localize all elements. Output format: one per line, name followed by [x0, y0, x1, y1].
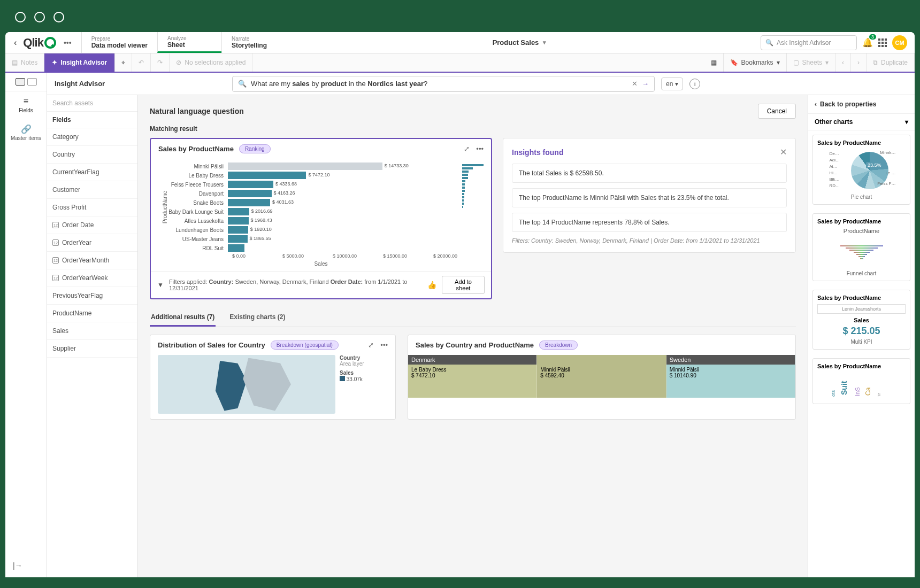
app-window: ‹ Qlik ••• PrepareData model viewer Anal… [5, 32, 915, 577]
assets-search-input[interactable]: Search assets [47, 95, 137, 112]
assets-panel: Search assets Fields CategoryCountryCurr… [47, 95, 138, 577]
nav-tab-narrate[interactable]: NarrateStorytelling [221, 32, 286, 53]
chevron-down-icon: ▾ [543, 39, 546, 46]
window-controls [15, 12, 64, 22]
selection-search-icon: ⌖ [121, 59, 125, 66]
results-tabs: Additional results (7) Existing charts (… [150, 309, 796, 327]
prev-sheet-button[interactable]: ‹ [835, 53, 851, 72]
fullscreen-icon[interactable]: ⤢ [368, 341, 374, 349]
asset-field-item[interactable]: 12OrderYearWeek [47, 269, 137, 287]
add-to-sheet-button[interactable]: Add to sheet [442, 276, 485, 294]
insight-advisor-button[interactable]: ✦Insight Advisor [44, 53, 115, 72]
info-button[interactable]: i [689, 79, 700, 89]
alt-chart-wordcloud[interactable]: Sales by ProductName ots Suit InS Ca Tr [812, 358, 910, 404]
treemap-card: Sales by Country and ProductName Breakdo… [408, 335, 796, 420]
insights-card: Insights found ✕ The total Sales is $ 62… [503, 138, 796, 253]
app-title[interactable]: Product Sales▾ [286, 32, 753, 53]
other-charts-header[interactable]: Other charts▾ [808, 114, 915, 130]
insights-title: Insights found [512, 148, 780, 157]
left-rail: ≡Fields 🔗Master items |→ [5, 73, 47, 577]
asset-field-item[interactable]: Customer [47, 181, 137, 199]
assets-header: Fields [47, 112, 137, 128]
submit-query-button[interactable]: → [642, 80, 649, 88]
chart-minimap[interactable] [462, 164, 484, 271]
thumbs-up-button[interactable]: 👍 [427, 281, 436, 289]
asset-field-item[interactable]: 12Order Date [47, 216, 137, 234]
step-forward-button[interactable]: ↷ [151, 53, 170, 72]
results-area: Natural language question Cancel Matchin… [138, 95, 808, 577]
notifications-button[interactable]: 🔔3 [862, 37, 873, 48]
advisor-header: Insight Advisor 🔍 What are my sales by p… [47, 73, 915, 95]
step-back-button[interactable]: ↶ [132, 53, 151, 72]
nav-tab-prepare[interactable]: PrepareData model viewer [81, 32, 157, 53]
matching-label: Matching result [150, 125, 796, 133]
nlq-input[interactable]: 🔍 What are my sales by product in the No… [232, 76, 655, 92]
nlq-text: What are my sales by product in the Nord… [251, 80, 627, 88]
chart-title: Sales by ProductName [158, 145, 234, 153]
cancel-button[interactable]: Cancel [758, 104, 796, 119]
link-icon: 🔗 [7, 124, 44, 134]
smart-search-button[interactable]: ⌖ [115, 53, 132, 72]
analysis-tag: Ranking [239, 144, 271, 153]
search-icon: 🔍 [238, 80, 247, 88]
card-menu-icon[interactable]: ••• [476, 145, 484, 153]
asset-field-item[interactable]: Country [47, 146, 137, 164]
insight-filters-note: Filters: Country: Sweden, Norway, Denmar… [512, 237, 787, 244]
app-menu-button[interactable]: ••• [58, 38, 77, 47]
clear-query-button[interactable]: ✕ [632, 80, 638, 88]
duplicate-button[interactable]: ⧉Duplicate [867, 53, 915, 72]
panel-toggle-right[interactable] [27, 78, 37, 86]
card-menu-icon[interactable]: ••• [380, 341, 388, 349]
back-button[interactable]: ‹ [10, 38, 21, 48]
calendar-icon: 12 [52, 257, 59, 264]
alt-chart-kpi[interactable]: Sales by ProductName Lenin Jeansshorts S… [812, 290, 910, 350]
asset-field-item[interactable]: CurrentYearFlag [47, 164, 137, 181]
chevron-down-icon: ▾ [905, 118, 908, 126]
alt-chart-pie[interactable]: Sales by ProductName 23.5% De… Adi… Ai… … [812, 135, 910, 205]
logo-icon [44, 37, 56, 49]
asset-field-item[interactable]: Gross Profit [47, 199, 137, 216]
insight-item: The top ProductName is Minnki Pälsii wit… [512, 188, 787, 207]
asset-field-item[interactable]: 12OrderYear [47, 234, 137, 252]
geo-title: Distribution of Sales for Country [158, 341, 265, 349]
filter-icon: ▼ [157, 281, 164, 289]
map-chart[interactable] [158, 355, 335, 414]
tab-existing-charts[interactable]: Existing charts (2) [228, 309, 286, 327]
alt-chart-funnel[interactable]: Sales by ProductName ProductName Funnel … [812, 213, 910, 281]
search-icon: 🔍 [765, 39, 773, 47]
asset-field-item[interactable]: 12OrderYearMonth [47, 252, 137, 269]
language-selector[interactable]: en ▾ [661, 78, 683, 90]
notes-button[interactable]: ▤Notes [5, 53, 44, 72]
bar-chart[interactable]: ProductName Minnki Pälsii$ 14733.30Le Ba… [151, 159, 491, 271]
asset-field-item[interactable]: Sales [47, 322, 137, 340]
bookmarks-button[interactable]: 🔖Bookmarks ▾ [724, 53, 787, 72]
map-legend: Country Area layer Sales 33.07k [340, 355, 388, 414]
asset-field-item[interactable]: ProductName [47, 305, 137, 322]
panel-toggle-left[interactable] [16, 78, 25, 86]
fullscreen-icon[interactable]: ⤢ [464, 145, 470, 153]
sheets-button[interactable]: ▢Sheets ▾ [787, 53, 835, 72]
close-insights-button[interactable]: ✕ [780, 147, 787, 157]
top-navbar: ‹ Qlik ••• PrepareData model viewer Anal… [5, 32, 915, 53]
app-launcher-icon[interactable] [878, 38, 887, 47]
expand-rail-button[interactable]: |→ [13, 561, 22, 570]
bookmark-icon: 🔖 [730, 59, 738, 66]
rail-fields[interactable]: ≡Fields [5, 91, 47, 119]
notification-badge: 3 [869, 34, 876, 40]
asset-field-item[interactable]: PreviousYearFlag [47, 287, 137, 305]
nav-tab-analyze[interactable]: AnalyzeSheet [157, 32, 221, 53]
asset-field-item[interactable]: Supplier [47, 340, 137, 358]
asset-field-item[interactable]: Category [47, 128, 137, 146]
rail-master-items[interactable]: 🔗Master items [5, 119, 47, 146]
clear-selections-button[interactable]: ⊘ No selections applied [170, 53, 252, 72]
fields-icon: ≡ [7, 97, 44, 106]
selections-tool-button[interactable]: ▦ [704, 53, 724, 72]
global-search-input[interactable]: 🔍Ask Insight Advisor [761, 35, 857, 50]
tab-additional-results[interactable]: Additional results (7) [150, 309, 216, 327]
next-sheet-button[interactable]: › [851, 53, 867, 72]
user-avatar[interactable]: CM [892, 35, 907, 50]
calendar-icon: 12 [52, 222, 59, 228]
geo-card: Distribution of Sales for Country Breakd… [150, 335, 396, 420]
back-to-properties-button[interactable]: ‹ Back to properties [808, 95, 915, 114]
treemap-chart[interactable]: DenmarkLe Baby Dress$ 7472.10 .Minnki Pä… [408, 355, 795, 398]
